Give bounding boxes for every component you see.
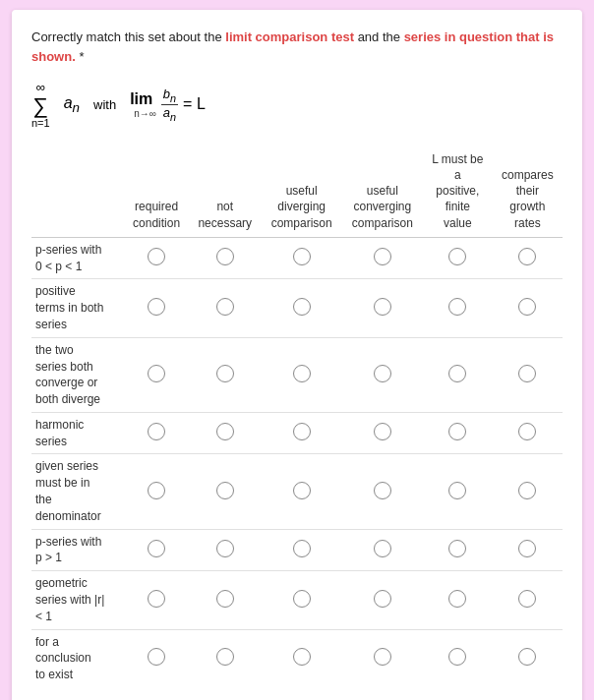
radio-harmonic-col3[interactable] bbox=[374, 423, 391, 440]
cell-p-series-p-1-col0 bbox=[124, 529, 189, 571]
cell-for-conclusion-col1 bbox=[189, 629, 262, 687]
table-row: p-series with0 < p < 1 bbox=[31, 237, 563, 279]
cell-p-series-p-1-col3 bbox=[342, 529, 423, 571]
cell-two-series-converge-col4 bbox=[423, 337, 493, 412]
radio-for-conclusion-col2[interactable] bbox=[293, 648, 311, 666]
lim-text: lim bbox=[130, 90, 152, 108]
radio-for-conclusion-col1[interactable] bbox=[216, 648, 234, 666]
radio-positive-terms-col2[interactable] bbox=[293, 298, 311, 316]
cell-two-series-converge-col2 bbox=[262, 337, 342, 412]
radio-p-series-0-1-col5[interactable] bbox=[518, 248, 536, 265]
cell-p-series-0-1-col3 bbox=[342, 237, 423, 279]
radio-positive-terms-col3[interactable] bbox=[374, 298, 391, 316]
an-symbol: an bbox=[64, 94, 80, 115]
cell-p-series-0-1-col1 bbox=[189, 237, 262, 279]
cell-p-series-0-1-col2 bbox=[262, 237, 342, 279]
col-header-compares-growth: comparestheirgrowthrates bbox=[493, 147, 563, 237]
col-header-useful-converging-text: usefulconvergingcomparison bbox=[352, 184, 413, 229]
radio-harmonic-col2[interactable] bbox=[293, 423, 311, 440]
cell-positive-terms-col3 bbox=[342, 279, 423, 337]
radio-p-series-0-1-col2[interactable] bbox=[293, 248, 311, 265]
table-row: p-series withp > 1 bbox=[31, 529, 563, 571]
radio-p-series-p-1-col0[interactable] bbox=[148, 540, 165, 557]
col-header-required: requiredcondition bbox=[124, 147, 189, 237]
radio-for-conclusion-col5[interactable] bbox=[518, 648, 536, 666]
radio-given-series-denominator-col1[interactable] bbox=[216, 482, 234, 499]
col-header-useful-diverging: usefuldivergingcomparison bbox=[262, 147, 342, 237]
radio-p-series-0-1-col4[interactable] bbox=[448, 248, 466, 265]
equals-L: = L bbox=[183, 95, 206, 113]
cell-positive-terms-col1 bbox=[189, 279, 262, 337]
radio-harmonic-col5[interactable] bbox=[518, 423, 536, 440]
radio-geometric-r-1-col4[interactable] bbox=[448, 590, 466, 608]
radio-geometric-r-1-col3[interactable] bbox=[374, 590, 391, 608]
frac-denominator: an bbox=[161, 105, 178, 123]
radio-p-series-0-1-col1[interactable] bbox=[216, 248, 234, 265]
row-label-given-series-denominator: given seriesmust be inthedenominator bbox=[31, 454, 124, 529]
radio-geometric-r-1-col0[interactable] bbox=[148, 590, 165, 608]
col-header-row-label bbox=[31, 147, 124, 237]
cell-p-series-p-1-col1 bbox=[189, 529, 262, 571]
lim-subscript: n→∞ bbox=[134, 108, 156, 119]
radio-positive-terms-col1[interactable] bbox=[216, 298, 234, 316]
radio-positive-terms-col4[interactable] bbox=[448, 298, 466, 316]
radio-given-series-denominator-col0[interactable] bbox=[148, 482, 165, 499]
col-header-l-must-be: L must beapositive,finitevalue bbox=[423, 147, 493, 237]
row-label-two-series-converge: the twoseries bothconverge orboth diverg… bbox=[31, 337, 124, 412]
radio-p-series-p-1-col4[interactable] bbox=[448, 540, 466, 557]
radio-p-series-p-1-col2[interactable] bbox=[293, 540, 311, 557]
cell-p-series-0-1-col0 bbox=[124, 237, 189, 279]
radio-given-series-denominator-col5[interactable] bbox=[518, 482, 536, 499]
with-label: with bbox=[93, 97, 116, 112]
cell-given-series-denominator-col5 bbox=[493, 454, 563, 529]
cell-harmonic-col1 bbox=[189, 412, 262, 454]
radio-for-conclusion-col4[interactable] bbox=[448, 648, 466, 666]
col-header-l-must-be-text: L must beapositive,finitevalue bbox=[432, 152, 483, 230]
cell-harmonic-col3 bbox=[342, 412, 423, 454]
radio-for-conclusion-col3[interactable] bbox=[374, 648, 391, 666]
cell-harmonic-col4 bbox=[423, 412, 493, 454]
radio-two-series-converge-col4[interactable] bbox=[448, 365, 466, 382]
radio-positive-terms-col0[interactable] bbox=[148, 298, 165, 316]
cell-given-series-denominator-col1 bbox=[189, 454, 262, 529]
radio-two-series-converge-col2[interactable] bbox=[293, 365, 311, 382]
cell-p-series-0-1-col4 bbox=[423, 237, 493, 279]
radio-p-series-0-1-col3[interactable] bbox=[374, 248, 391, 265]
radio-given-series-denominator-col3[interactable] bbox=[374, 482, 391, 499]
col-header-not-necessary-text: notnecessary bbox=[198, 200, 252, 229]
radio-p-series-p-1-col5[interactable] bbox=[518, 540, 536, 557]
cell-positive-terms-col0 bbox=[124, 279, 189, 337]
radio-given-series-denominator-col2[interactable] bbox=[293, 482, 311, 499]
cell-p-series-p-1-col5 bbox=[493, 529, 563, 571]
cell-harmonic-col2 bbox=[262, 412, 342, 454]
radio-p-series-p-1-col1[interactable] bbox=[216, 540, 234, 557]
radio-harmonic-col4[interactable] bbox=[448, 423, 466, 440]
radio-geometric-r-1-col2[interactable] bbox=[293, 590, 311, 608]
cell-p-series-p-1-col4 bbox=[423, 529, 493, 571]
table-row: given seriesmust be inthedenominator bbox=[31, 454, 563, 529]
radio-harmonic-col1[interactable] bbox=[216, 423, 234, 440]
radio-two-series-converge-col3[interactable] bbox=[374, 365, 391, 382]
radio-harmonic-col0[interactable] bbox=[148, 423, 165, 440]
radio-geometric-r-1-col1[interactable] bbox=[216, 590, 234, 608]
cell-p-series-p-1-col2 bbox=[262, 529, 342, 571]
cell-given-series-denominator-col3 bbox=[342, 454, 423, 529]
radio-two-series-converge-col1[interactable] bbox=[216, 365, 234, 382]
radio-given-series-denominator-col4[interactable] bbox=[448, 482, 466, 499]
radio-for-conclusion-col0[interactable] bbox=[148, 648, 165, 666]
cell-two-series-converge-col5 bbox=[493, 337, 563, 412]
cell-positive-terms-col2 bbox=[262, 279, 342, 337]
radio-two-series-converge-col0[interactable] bbox=[148, 365, 165, 382]
cell-for-conclusion-col3 bbox=[342, 629, 423, 687]
table-row: harmonicseries bbox=[31, 412, 563, 454]
radio-geometric-r-1-col5[interactable] bbox=[518, 590, 536, 608]
radio-p-series-p-1-col3[interactable] bbox=[374, 540, 391, 557]
row-label-for-conclusion: for aconclusionto exist bbox=[31, 629, 124, 687]
cell-for-conclusion-col4 bbox=[423, 629, 493, 687]
highlight-limit-comparison: limit comparison test bbox=[225, 29, 354, 44]
radio-positive-terms-col5[interactable] bbox=[518, 298, 536, 316]
radio-p-series-0-1-col0[interactable] bbox=[148, 248, 165, 265]
radio-two-series-converge-col5[interactable] bbox=[518, 365, 536, 382]
sigma-symbol: ∑ bbox=[32, 95, 48, 117]
cell-geometric-r-1-col3 bbox=[342, 571, 423, 629]
